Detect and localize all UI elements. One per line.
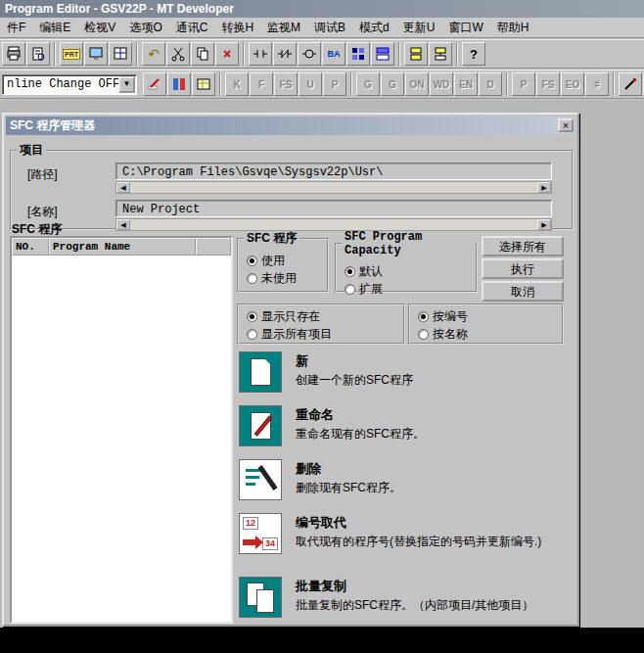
cut-button[interactable] bbox=[166, 42, 190, 66]
name-field[interactable]: New Project bbox=[115, 200, 552, 217]
network-blue2-button[interactable] bbox=[371, 42, 394, 66]
name-scrollbar[interactable]: ◀ ▶ bbox=[115, 218, 552, 231]
monitor-button[interactable] bbox=[84, 42, 108, 66]
radio-show-existing[interactable]: 显示只存在 bbox=[247, 308, 320, 325]
new-sfc-icon[interactable] bbox=[239, 351, 282, 393]
menu-mode[interactable]: 模式d bbox=[352, 18, 396, 38]
radio-by-number[interactable]: 按编号 bbox=[418, 308, 468, 325]
tb-g1-button[interactable]: G bbox=[356, 72, 380, 96]
delete-button[interactable]: × bbox=[215, 42, 239, 66]
rename-sfc-icon[interactable] bbox=[239, 405, 282, 446]
name-scroll-left-button[interactable]: ◀ bbox=[116, 219, 130, 230]
radio-not-use[interactable]: 未使用 bbox=[247, 270, 297, 287]
tb-d-button[interactable]: D bbox=[479, 72, 502, 96]
radio-use[interactable]: 使用 bbox=[247, 253, 285, 269]
path-scroll-right-button[interactable]: ▶ bbox=[537, 182, 551, 193]
tb-hash-button[interactable]: # bbox=[585, 72, 609, 96]
menu-debug[interactable]: 调试B bbox=[307, 18, 352, 38]
menu-edit[interactable]: 编辑E bbox=[32, 18, 77, 38]
edit-check-button[interactable] bbox=[143, 72, 166, 96]
undo-icon: ↶ bbox=[148, 46, 160, 62]
tb-wd-button[interactable]: WD bbox=[430, 72, 453, 96]
column-header-no[interactable]: NO. bbox=[12, 238, 49, 256]
tb-p2-button[interactable]: P bbox=[512, 72, 535, 96]
radio-show-all[interactable]: 显示所有项目 bbox=[247, 326, 332, 343]
tb-u-button[interactable]: U bbox=[299, 72, 322, 96]
prt-setup-button[interactable]: PRT bbox=[60, 42, 83, 66]
renumber-sfc-icon[interactable]: 12 34 bbox=[239, 513, 282, 554]
monitor-icon bbox=[88, 46, 104, 62]
contact-close-button[interactable] bbox=[273, 42, 297, 66]
path-scrollbar[interactable]: ◀ ▶ bbox=[115, 181, 552, 194]
contact-open-button[interactable] bbox=[249, 42, 272, 66]
action-renumber-title: 编号取代 bbox=[296, 514, 570, 532]
toolbar-separator bbox=[219, 72, 221, 96]
tb-f-button[interactable]: F bbox=[250, 72, 273, 96]
ba-button[interactable]: BA bbox=[322, 42, 345, 66]
action-batch-copy: 批量复制 批量复制的SFC程序。（内部项目/其他项目） bbox=[239, 577, 570, 630]
name-scroll-right-button[interactable]: ▶ bbox=[537, 219, 551, 230]
radio-by-number-label: 按编号 bbox=[433, 308, 468, 325]
tb-fs2-button[interactable]: FS bbox=[536, 72, 560, 96]
coil-button[interactable] bbox=[298, 42, 321, 66]
menu-comm[interactable]: 通讯C bbox=[169, 18, 215, 38]
undo-button[interactable]: ↶ bbox=[142, 42, 165, 66]
path-scroll-left-button[interactable]: ◀ bbox=[116, 182, 130, 193]
radio-selected-icon bbox=[247, 311, 257, 322]
menu-monitor[interactable]: 监视M bbox=[260, 18, 307, 38]
program-list[interactable] bbox=[12, 256, 231, 622]
print-button[interactable] bbox=[2, 42, 25, 66]
title-bar[interactable]: Program Editor - GSV22P - MT Developer bbox=[0, 0, 644, 18]
menu-convert[interactable]: 转换H bbox=[214, 18, 260, 38]
combo-dropdown-button[interactable]: ▼ bbox=[118, 76, 135, 93]
tb-p-button[interactable]: P bbox=[323, 72, 346, 96]
step-block2-button[interactable] bbox=[429, 42, 452, 66]
dialog-title-bar[interactable]: SFC 程序管理器 × bbox=[6, 117, 575, 135]
tb-g2-button[interactable]: G bbox=[381, 72, 404, 96]
dialog-close-button[interactable]: × bbox=[558, 118, 574, 132]
step-block-button[interactable] bbox=[404, 42, 428, 66]
help-button[interactable]: ? bbox=[462, 42, 485, 66]
pen-edit-button[interactable] bbox=[619, 72, 642, 96]
print-preview-button[interactable] bbox=[26, 42, 50, 66]
tb-en-button[interactable]: EN bbox=[454, 72, 478, 96]
table-view-button[interactable] bbox=[192, 72, 215, 96]
prt-icon: PRT bbox=[63, 49, 80, 60]
menu-options[interactable]: 选项O bbox=[122, 18, 168, 38]
right-arrow-icon: ▶ bbox=[541, 221, 546, 228]
tb-fs-button[interactable]: FS bbox=[274, 72, 298, 96]
menu-view[interactable]: 检视V bbox=[77, 18, 122, 38]
capacity-group-title: SFC Program Capacity bbox=[342, 230, 476, 257]
scissors-icon bbox=[170, 46, 186, 62]
batch-copy-icon[interactable] bbox=[239, 577, 282, 618]
radio-extended[interactable]: 扩展 bbox=[345, 281, 383, 298]
online-change-combo[interactable]: nline Change OFF ▼ bbox=[2, 74, 137, 95]
radio-by-name[interactable]: 按名称 bbox=[418, 326, 468, 343]
column-header-program-name[interactable]: Program Name bbox=[49, 238, 196, 256]
delete-sfc-icon[interactable] bbox=[239, 459, 282, 500]
page-fold-shape bbox=[264, 358, 272, 366]
toolbar-separator bbox=[136, 42, 138, 66]
toolbar-separator bbox=[350, 72, 352, 96]
radio-default[interactable]: 默认 bbox=[345, 263, 383, 280]
menu-window[interactable]: 窗口W bbox=[441, 18, 489, 38]
action-rename-desc: 重命名现有的SFC程序。 bbox=[296, 427, 570, 442]
tb-k-button[interactable]: K bbox=[225, 72, 249, 96]
network-blue-button[interactable] bbox=[346, 42, 370, 66]
cancel-button[interactable]: 取消 bbox=[482, 281, 564, 302]
select-all-button[interactable]: 选择所有 bbox=[482, 236, 564, 257]
path-label: [路径] bbox=[27, 166, 58, 183]
action-new: 新 创建一个新的SFC程序 bbox=[239, 351, 570, 404]
action-new-text: 新 创建一个新的SFC程序 bbox=[296, 352, 570, 388]
copy-button[interactable] bbox=[191, 42, 214, 66]
tb-eo-button[interactable]: EO bbox=[561, 72, 584, 96]
window-grid-button[interactable] bbox=[109, 42, 132, 66]
menu-help[interactable]: 帮助H bbox=[490, 18, 536, 38]
swap-mode-button[interactable] bbox=[167, 72, 191, 96]
execute-button[interactable]: 执行 bbox=[482, 258, 564, 279]
menu-update[interactable]: 更新U bbox=[396, 18, 442, 38]
path-field[interactable]: C:\Program Files\Gsvqe\Sysgsv22p\Usr\ bbox=[115, 163, 552, 180]
menu-file[interactable]: 件F bbox=[0, 18, 32, 38]
tb-on-button[interactable]: ON bbox=[405, 72, 429, 96]
yellow-table-icon bbox=[196, 76, 211, 92]
